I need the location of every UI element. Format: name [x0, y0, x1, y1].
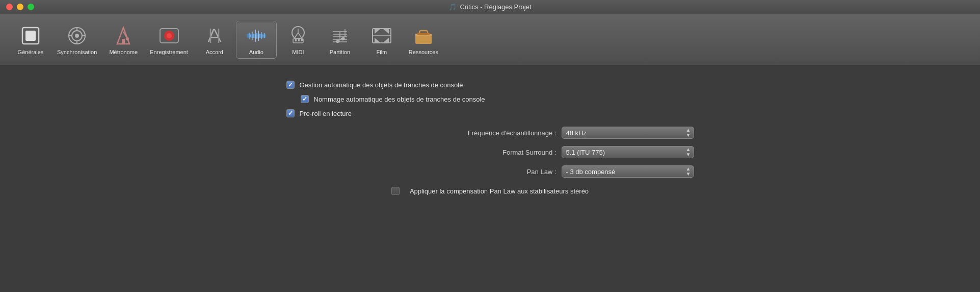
toolbar-item-midi[interactable]: MIDI: [278, 21, 319, 58]
ressources-icon: [412, 25, 435, 47]
checkbox-check-nommage: ✓: [302, 96, 307, 102]
checkbox-label-appliquer: Appliquer la compensation Pan Law aux st…: [410, 187, 589, 195]
format-surround-select[interactable]: Stéréo 5.1 (ITU 775) 7.1: [562, 146, 694, 158]
svg-marker-51: [383, 29, 389, 34]
checkbox-label-nommage: Nommage automatique des objets de tranch…: [314, 95, 485, 103]
checkbox-row-preroll: ✓ Pre-roll en lecture: [286, 109, 694, 117]
svg-rect-38: [298, 39, 300, 41]
svg-marker-53: [383, 38, 389, 43]
checkbox-nommage[interactable]: ✓: [301, 95, 309, 103]
frequence-select[interactable]: 44.1 kHz 48 kHz 88.2 kHz 96 kHz 176.4 kH…: [562, 127, 694, 139]
toolbar-item-ressources[interactable]: Ressources: [403, 21, 444, 58]
toolbar-item-metronome[interactable]: Métronome: [103, 21, 144, 58]
partition-icon: [329, 25, 351, 47]
content-area: ✓ Gestion automatique des objets de tran…: [0, 65, 980, 292]
svg-line-34: [298, 33, 302, 39]
svg-point-4: [75, 34, 79, 38]
svg-rect-58: [417, 33, 430, 35]
toolbar-item-synchronisation[interactable]: Synchronisation: [52, 21, 102, 58]
midi-icon: [287, 25, 309, 47]
svg-rect-1: [25, 31, 36, 41]
svg-rect-10: [122, 39, 125, 44]
form-row-frequence: Fréquence d'échantillonnage : 44.1 kHz 4…: [286, 127, 694, 139]
svg-marker-52: [375, 38, 381, 43]
window-icon: 🎵: [448, 3, 457, 11]
enregistrement-label: Enregistrement: [150, 49, 188, 55]
accord-icon: [203, 25, 226, 47]
checkbox-preroll[interactable]: ✓: [286, 109, 295, 117]
checkbox-gestion[interactable]: ✓: [286, 81, 295, 89]
svg-rect-37: [295, 39, 297, 41]
synchronisation-label: Synchronisation: [57, 49, 97, 55]
generales-icon: [19, 25, 42, 47]
svg-point-46: [340, 37, 345, 41]
ressources-label: Ressources: [409, 49, 438, 55]
maximize-button[interactable]: [28, 4, 34, 10]
window-controls: [6, 4, 34, 10]
svg-point-15: [167, 33, 172, 38]
frequence-label: Fréquence d'échantillonnage :: [468, 129, 557, 137]
forms-section: Fréquence d'échantillonnage : 44.1 kHz 4…: [286, 127, 694, 195]
audio-icon: [245, 25, 268, 47]
film-icon: [370, 25, 393, 47]
checkbox-row-gestion: ✓ Gestion automatique des objets de tran…: [286, 81, 694, 89]
metronome-icon: [112, 25, 135, 47]
toolbar-item-film[interactable]: Film: [361, 21, 402, 58]
format-surround-label: Format Surround :: [502, 149, 557, 156]
metronome-label: Métronome: [109, 49, 138, 55]
checkbox-label-preroll: Pre-roll en lecture: [300, 110, 352, 117]
generales-label: Générales: [18, 49, 44, 55]
toolbar: Générales Synchronisation: [0, 14, 980, 65]
toolbar-item-partition[interactable]: Partition: [320, 21, 360, 58]
audio-label: Audio: [249, 49, 263, 55]
settings-group: ✓ Gestion automatique des objets de tran…: [286, 81, 694, 117]
form-row-pan-law: Pan Law : 0 db - 3 db - 3 db compensé - …: [286, 165, 694, 178]
svg-marker-50: [375, 29, 381, 34]
checkbox-appliquer[interactable]: [391, 187, 400, 195]
toolbar-item-generales[interactable]: Générales: [10, 21, 51, 58]
window-title: 🎵 Critics - Réglages Projet: [448, 3, 531, 11]
title-bar: 🎵 Critics - Réglages Projet: [0, 0, 980, 14]
pan-law-select[interactable]: 0 db - 3 db - 3 db compensé - 4.5 db - 6…: [562, 165, 694, 178]
partition-label: Partition: [330, 49, 350, 55]
svg-point-12: [126, 37, 129, 40]
checkbox-check-preroll: ✓: [288, 110, 293, 116]
midi-label: MIDI: [292, 49, 304, 55]
checkbox-label-gestion: Gestion automatique des objets de tranch…: [300, 81, 463, 89]
minimize-button[interactable]: [17, 4, 23, 10]
close-button[interactable]: [6, 4, 13, 10]
toolbar-item-audio[interactable]: Audio: [236, 21, 277, 59]
film-label: Film: [376, 49, 387, 55]
toolbar-item-enregistrement[interactable]: Enregistrement: [145, 21, 193, 58]
toolbar-item-accord[interactable]: Accord: [194, 21, 235, 58]
svg-line-33: [294, 33, 298, 39]
frequence-select-wrapper: 44.1 kHz 48 kHz 88.2 kHz 96 kHz 176.4 kH…: [562, 127, 694, 139]
form-row-appliquer: Appliquer la compensation Pan Law aux st…: [286, 187, 694, 195]
enregistrement-icon: [158, 25, 180, 47]
svg-rect-39: [301, 39, 303, 41]
checkbox-row-nommage: ✓ Nommage automatique des objets de tran…: [301, 95, 694, 103]
pan-law-select-wrapper: 0 db - 3 db - 3 db compensé - 4.5 db - 6…: [562, 165, 694, 178]
form-row-format-surround: Format Surround : Stéréo 5.1 (ITU 775) 7…: [286, 146, 694, 158]
accord-label: Accord: [206, 49, 223, 55]
checkbox-check-gestion: ✓: [288, 82, 293, 88]
format-surround-select-wrapper: Stéréo 5.1 (ITU 775) 7.1 ▲ ▼: [562, 146, 694, 158]
pan-law-label: Pan Law :: [527, 168, 557, 176]
svg-point-45: [335, 39, 340, 43]
synchronisation-icon: [66, 25, 88, 47]
